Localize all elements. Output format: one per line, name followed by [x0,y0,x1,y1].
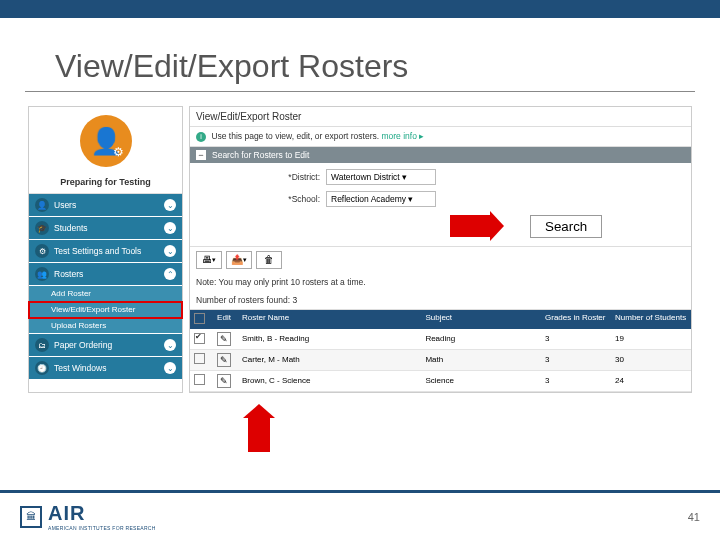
chevron-up-icon[interactable]: ⌃ [164,268,176,280]
content-area: 👤⚙ Preparing for Testing 👤 Users ⌄ 🎓 Stu… [0,92,720,393]
collapse-icon[interactable]: − [196,150,206,160]
sidebar-item-paper-ordering[interactable]: 🗂 Paper Ordering ⌄ [29,334,182,357]
school-row: *School: Reflection Academy ▾ [190,185,691,207]
sidebar-item-rosters[interactable]: 👥 Rosters ⌃ [29,263,182,286]
subitem-upload-rosters[interactable]: Upload Rosters [29,318,182,334]
chevron-down-icon[interactable]: ⌄ [164,222,176,234]
cell-grades: 3 [541,331,611,346]
action-toolbar: 🖶▾ 📤▾ 🗑 [190,246,691,273]
slide-title: View/Edit/Export Rosters [25,18,695,92]
table-row: ✎ Brown, C - Science Science 3 24 [190,371,691,392]
edit-icon[interactable]: ✎ [217,332,231,346]
search-panel-header[interactable]: − Search for Rosters to Edit [190,147,691,163]
avatar-circle: 👤⚙ [80,115,132,167]
cell-subject: Reading [421,331,541,346]
users-icon: 👥 [35,267,49,281]
export-button[interactable]: 📤▾ [226,251,252,269]
sidebar-item-label: Paper Ordering [54,340,164,350]
cell-students: 30 [611,352,691,367]
chevron-down-icon[interactable]: ⌄ [164,199,176,211]
cell-subject: Science [421,373,541,388]
user-gear-icon: 👤⚙ [90,126,122,157]
paper-icon: 🗂 [35,338,49,352]
delete-button[interactable]: 🗑 [256,251,282,269]
page-title: View/Edit/Export Roster [190,107,691,127]
page-number: 41 [688,511,700,523]
user-icon: 👤 [35,198,49,212]
callout-arrow-up [248,418,270,452]
district-row: *District: Watertown District ▾ [190,163,691,185]
cell-students: 19 [611,331,691,346]
sidebar-item-test-windows[interactable]: 🕘 Test Windows ⌄ [29,357,182,380]
district-select[interactable]: Watertown District ▾ [326,169,436,185]
clock-icon: 🕘 [35,361,49,375]
sidebar-item-label: Test Windows [54,363,164,373]
slide-footer: 🏛 AIR AMERICAN INSTITUTES FOR RESEARCH 4… [0,490,720,540]
sidebar-item-label: Rosters [54,269,164,279]
print-button[interactable]: 🖶▾ [196,251,222,269]
sidebar: 👤⚙ Preparing for Testing 👤 Users ⌄ 🎓 Stu… [28,106,183,393]
cell-grades: 3 [541,352,611,367]
edit-icon[interactable]: ✎ [217,374,231,388]
graduation-icon: 🎓 [35,221,49,235]
row-checkbox[interactable] [194,333,205,344]
table-header: Edit Roster Name Subject Grades in Roste… [190,310,691,329]
info-icon: i [196,132,206,142]
cell-name: Brown, C - Science [238,373,421,388]
row-checkbox[interactable] [194,353,205,364]
sidebar-item-students[interactable]: 🎓 Students ⌄ [29,217,182,240]
subitem-view-edit-export-roster[interactable]: View/Edit/Export Roster [29,302,182,318]
sidebar-item-label: Students [54,223,164,233]
cell-students: 24 [611,373,691,388]
sidebar-heading: Preparing for Testing [29,171,182,194]
logo-text: AIR [48,502,156,525]
chevron-down-icon[interactable]: ⌄ [164,245,176,257]
sidebar-item-label: Test Settings and Tools [54,246,164,256]
edit-icon[interactable]: ✎ [217,353,231,367]
more-info-link[interactable]: more info ▸ [381,131,424,141]
school-select[interactable]: Reflection Academy ▾ [326,191,436,207]
search-row: Search [190,207,691,246]
col-checkbox[interactable] [190,310,210,329]
school-label: *School: [270,194,320,204]
col-students[interactable]: Number of Students [611,310,691,329]
slide-top-bar [0,0,720,18]
callout-arrow-right [450,215,490,237]
col-grades[interactable]: Grades in Roster [541,310,611,329]
count-label: Number of rosters found: [196,295,290,305]
air-logo: 🏛 AIR AMERICAN INSTITUTES FOR RESEARCH [20,502,156,531]
sidebar-item-test-settings[interactable]: ⚙ Test Settings and Tools ⌄ [29,240,182,263]
district-label: *District: [270,172,320,182]
trash-icon: 🗑 [264,254,274,265]
panel-title: Search for Rosters to Edit [212,150,309,160]
sidebar-item-label: Users [54,200,164,210]
search-button[interactable]: Search [530,215,602,238]
chevron-down-icon[interactable]: ⌄ [164,339,176,351]
count-value: 3 [292,295,297,305]
sidebar-item-users[interactable]: 👤 Users ⌄ [29,194,182,217]
cell-grades: 3 [541,373,611,388]
col-subject[interactable]: Subject [421,310,541,329]
col-roster-name[interactable]: Roster Name [238,310,421,329]
main-panel: View/Edit/Export Roster i Use this page … [189,106,692,393]
checkbox-all[interactable] [194,313,205,324]
cell-name: Carter, M - Math [238,352,421,367]
chevron-down-icon[interactable]: ⌄ [164,362,176,374]
print-note: Note: You may only print 10 rosters at a… [190,273,691,291]
logo-mark-icon: 🏛 [20,506,42,528]
school-value: Reflection Academy ▾ [331,194,413,204]
desc-text: Use this page to view, edit, or export r… [211,131,379,141]
cell-subject: Math [421,352,541,367]
sidebar-avatar: 👤⚙ [29,107,182,171]
page-description: i Use this page to view, edit, or export… [190,127,691,147]
print-icon: 🖶 [202,254,212,265]
subitem-add-roster[interactable]: Add Roster [29,286,182,302]
col-edit: Edit [210,310,238,329]
district-value: Watertown District ▾ [331,172,407,182]
gear-icon: ⚙ [35,244,49,258]
roster-count: Number of rosters found: 3 [190,291,691,310]
cell-name: Smith, B - Reading [238,331,421,346]
logo-subtitle: AMERICAN INSTITUTES FOR RESEARCH [48,525,156,531]
row-checkbox[interactable] [194,374,205,385]
table-row: ✎ Carter, M - Math Math 3 30 [190,350,691,371]
